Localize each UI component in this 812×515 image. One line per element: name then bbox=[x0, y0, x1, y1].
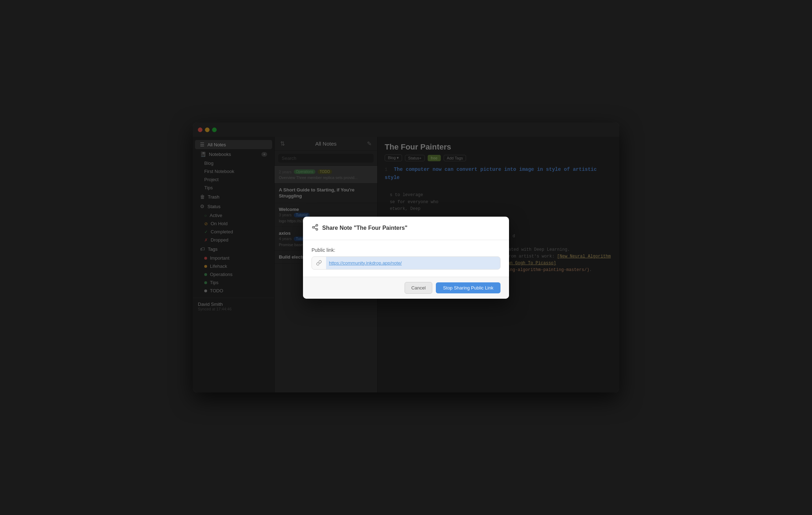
svg-line-3 bbox=[314, 228, 316, 229]
public-link-input[interactable] bbox=[326, 257, 500, 269]
modal-header: Share Note "The Four Painters" bbox=[303, 217, 509, 240]
link-icon bbox=[312, 260, 326, 266]
share-icon bbox=[312, 224, 319, 233]
modal-body: Public link: bbox=[303, 240, 509, 277]
app-window: ☰ All Notes 📓 Notebooks + Blog First Not… bbox=[193, 123, 619, 392]
link-box bbox=[312, 256, 500, 270]
share-modal: Share Note "The Four Painters" Public li… bbox=[303, 217, 509, 299]
modal-label: Public link: bbox=[312, 247, 500, 253]
modal-overlay: Share Note "The Four Painters" Public li… bbox=[193, 123, 619, 392]
svg-line-4 bbox=[314, 226, 316, 227]
modal-footer: Cancel Stop Sharing Public Link bbox=[303, 277, 509, 299]
cancel-button[interactable]: Cancel bbox=[405, 282, 432, 294]
modal-title: Share Note "The Four Painters" bbox=[322, 225, 407, 231]
stop-sharing-button[interactable]: Stop Sharing Public Link bbox=[436, 282, 500, 293]
